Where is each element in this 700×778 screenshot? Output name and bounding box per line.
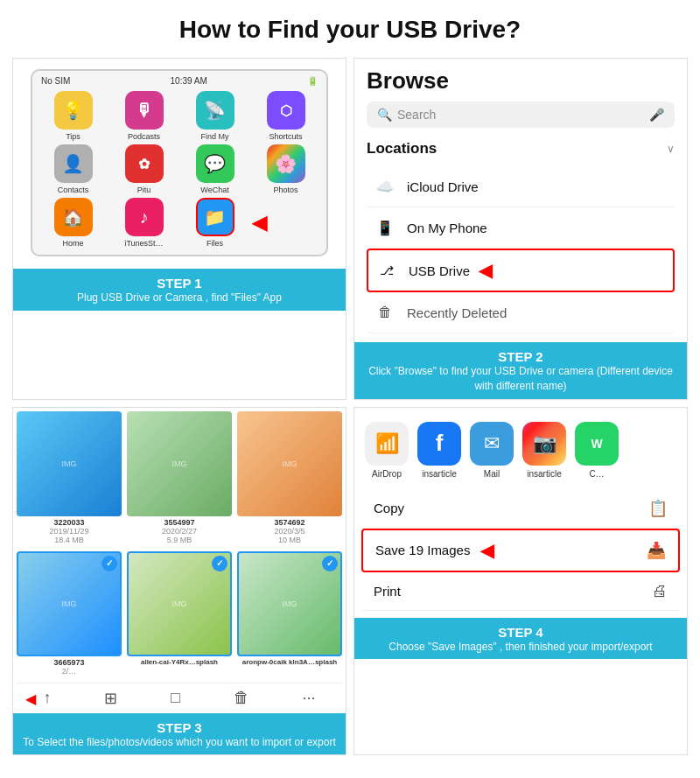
share-action-print[interactable]: Print 🖨 [361,572,680,611]
icloud-label: iCloud Drive [407,179,479,194]
app-files[interactable]: 📁 Files [181,198,248,248]
copy-label: Copy [374,501,404,515]
toolbar-delete-btn[interactable]: 🗑 [234,689,249,707]
file-row1: IMG 3220033 2019/11/2918.4 MB IMG 355499… [17,411,342,544]
file-item-1[interactable]: IMG 3220033 2019/11/2918.4 MB [17,411,122,544]
facebook-icon: f [417,422,461,466]
facebook-label: insarticle [422,469,456,479]
instagram-label: insarticle [527,469,561,479]
phone-mockup: No SIM 10:39 AM 🔋 💡 Tips 🎙 Podcasts [31,69,328,256]
onmyphone-label: On My Phone [407,221,487,235]
search-placeholder: Search [397,108,436,122]
step1-arrow: ◀ [252,198,319,248]
file-thumb-5: IMG ✓ [127,551,232,656]
step3-footer: STEP 3 To Select the files/photos/videos… [13,713,346,755]
file-thumb-3: IMG [237,411,342,516]
file-meta-3: 2020/3/510 MB [237,527,342,544]
search-icon: 🔍 [377,108,392,122]
usb-icon: ⎇ [375,259,398,282]
step4-desc: Choose "Save Images" , then finished you… [363,640,678,655]
share-app-airdrop[interactable]: 📶 AirDrop [365,422,409,479]
file-item-3[interactable]: IMG 3574692 2020/3/510 MB [237,411,342,544]
mail-label: Mail [484,469,500,479]
app-contacts[interactable]: 👤 Contacts [39,144,107,194]
file-name-5: allen-cai-Y4Rx…splash [127,658,232,666]
more-app-label: C… [589,469,604,479]
app-pitu[interactable]: ✿ Pitu [110,144,178,194]
file-item-5[interactable]: IMG ✓ allen-cai-Y4Rx…splash [127,551,232,676]
toolbar-more-btn[interactable]: ··· [303,689,316,707]
toolbar-add-btn[interactable]: ⊞ [104,689,117,708]
chevron-down-icon: ∨ [667,143,675,155]
print-label: Print [374,584,401,599]
browse-title: Browse [367,67,675,95]
share-action-save-images[interactable]: Save 19 Images ◀ 📥 [361,529,680,572]
location-icloud[interactable]: ☁️ iCloud Drive [367,166,675,207]
app-itunes-icon: ♪ [125,198,164,236]
status-icons: 🔋 [307,76,318,86]
file-thumb-6: IMG ✓ [237,551,342,656]
app-home-icon: 🏠 [54,198,93,236]
app-shortcuts[interactable]: ⬡ Shortcuts [252,91,319,141]
step3-label: STEP 3 [22,720,337,735]
browse-panel: Browse 🔍 Search 🎤 Locations ∨ ☁️ iCloud … [354,59,687,342]
location-usb[interactable]: ⎇ USB Drive ◀ [367,249,675,292]
print-icon: 🖨 [652,582,668,600]
share-app-mail[interactable]: ✉ Mail [470,422,514,479]
app-itunes[interactable]: ♪ iTunesSt… [110,198,178,248]
save-images-red-arrow: ◀ [480,540,494,561]
share-app-facebook[interactable]: f insarticle [417,422,461,479]
app-wechat-icon: 💬 [196,144,234,183]
app-pitu-icon: ✿ [125,144,164,183]
search-bar[interactable]: 🔍 Search 🎤 [367,102,675,128]
app-tips-icon: 💡 [54,91,93,130]
recently-deleted-label: Recently Deleted [407,305,507,320]
save-images-icon: 📥 [647,541,666,560]
file-row2: IMG ✓ 3665973 2/… IMG ✓ allen-cai-Y4Rx…s… [17,551,342,676]
app-photos[interactable]: 🌸 Photos [252,144,319,194]
file-grid: IMG 3220033 2019/11/2918.4 MB IMG 355499… [13,408,346,713]
app-podcasts-icon: 🎙 [125,91,164,130]
file-item-4[interactable]: IMG ✓ 3665973 2/… [17,551,122,676]
step1-footer: STEP 1 Plug USB Drive or Camera , find "… [13,269,346,311]
share-app-more[interactable]: W C… [575,422,619,479]
toolbar-share-btn[interactable]: ↑ [43,689,51,706]
step1-label: STEP 1 [22,276,337,291]
toolbar-folder-btn[interactable]: □ [171,689,180,707]
check-badge-6: ✓ [322,556,338,571]
more-app-icon: W [575,422,619,466]
share-app-instagram[interactable]: 📷 insarticle [522,422,566,479]
sim-text: No SIM [41,76,70,86]
file-item-6[interactable]: IMG ✓ aronpw-0caik kln3A…splash [237,551,342,676]
file-name-1: 3220033 [17,518,122,527]
location-onmyphone[interactable]: 📱 On My Phone [367,207,675,249]
app-podcasts[interactable]: 🎙 Podcasts [110,91,178,141]
airdrop-icon: 📶 [365,422,409,466]
phone-icon: 📱 [374,216,396,239]
app-home[interactable]: 🏠 Home [39,198,107,248]
copy-icon: 📋 [648,499,668,518]
file-meta-2: 2020/2/275.9 MB [127,527,232,544]
location-recently-deleted[interactable]: 🗑 Recently Deleted [367,292,675,333]
app-findmy-icon: 📡 [196,91,234,130]
step3-panel: IMG 3220033 2019/11/2918.4 MB IMG 355499… [12,407,346,756]
airdrop-label: AirDrop [372,469,402,479]
usb-red-arrow: ◀ [479,260,492,281]
file-thumb-1: IMG [17,411,122,516]
app-wechat[interactable]: 💬 WeChat [181,144,248,194]
toolbar-share-wrap: ◀ ↑ [43,689,51,707]
panels-grid: No SIM 10:39 AM 🔋 💡 Tips 🎙 Podcasts [0,54,700,767]
step4-label: STEP 4 [363,625,678,640]
app-tips[interactable]: 💡 Tips [39,91,107,141]
share-apps-row: 📶 AirDrop f insarticle ✉ Mail [361,415,680,489]
usb-label: USB Drive [409,263,470,278]
step2-label: STEP 2 [363,349,678,364]
app-findmy[interactable]: 📡 Find My [181,91,248,141]
file-meta-4: 2/… [17,667,122,676]
file-name-2: 3554997 [127,518,232,527]
file-item-2[interactable]: IMG 3554997 2020/2/275.9 MB [127,411,232,544]
app-photos-icon: 🌸 [267,144,305,183]
phone-time: 10:39 AM [171,76,207,86]
save-images-label: Save 19 Images [375,543,470,557]
share-action-copy[interactable]: Copy 📋 [361,489,680,529]
